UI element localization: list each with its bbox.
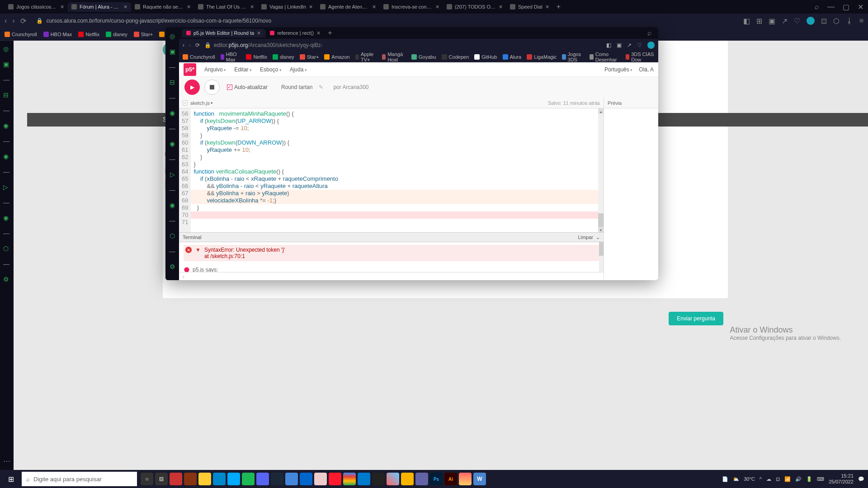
rail-icon[interactable]: — (3, 137, 10, 145)
qr-icon[interactable]: ◧ (743, 17, 750, 25)
task-photoshop-icon[interactable]: Ps (430, 473, 443, 485)
collapse-terminal-icon[interactable]: ⌄ (596, 235, 600, 240)
browser-tab[interactable]: Raquete não se mexe |✕ (131, 2, 194, 12)
rail-icon[interactable]: ◉ (170, 202, 175, 209)
sidebar-toggle-icon[interactable]: › (183, 100, 188, 106)
url-field[interactable]: 🔒 cursos.alura.com.br/forum/curso-pong-j… (32, 16, 738, 26)
bookmark-item[interactable]: LigaMagic (527, 54, 557, 60)
task-cortana-icon[interactable]: ○ (141, 473, 153, 485)
rail-icon[interactable]: — (169, 63, 175, 70)
translate-icon[interactable]: ⊞ (756, 17, 762, 25)
reload-button[interactable]: ⟳ (195, 42, 200, 48)
task-steam-icon[interactable] (271, 473, 283, 485)
wifi-icon[interactable]: 📶 (784, 476, 791, 482)
rail-icon[interactable]: ◎ (170, 33, 175, 40)
language-selector[interactable]: Português (604, 66, 632, 73)
bookmark-item[interactable]: Apple TV+ (355, 52, 377, 62)
rail-icon[interactable]: ◉ (3, 153, 10, 160)
close-window-icon[interactable]: ✕ (858, 3, 863, 11)
rail-icon[interactable]: — (3, 260, 10, 267)
bookmark-item[interactable]: HBO Max (43, 32, 72, 37)
rail-cube-icon[interactable]: ⬡ (170, 232, 175, 239)
rail-icon[interactable]: — (169, 94, 175, 101)
rail-more-icon[interactable]: ⋯ (3, 457, 10, 465)
close-tab-icon[interactable]: ✕ (316, 30, 321, 36)
browser-tab[interactable]: reference | rect()✕ (265, 29, 325, 38)
bookmark-item[interactable]: 3DS CIAS Dow (626, 52, 655, 62)
rail-twitch-icon[interactable]: ⊟ (3, 91, 10, 99)
bookmark-item[interactable]: Netflix (246, 54, 267, 60)
rail-play-icon[interactable]: ▷ (170, 171, 175, 178)
maximize-icon[interactable]: ▢ (843, 3, 849, 11)
rail-icon[interactable]: ▣ (3, 61, 10, 68)
notifications-icon[interactable]: 💬 (858, 476, 864, 482)
close-tab-icon[interactable]: ✕ (435, 4, 439, 10)
profile-avatar[interactable] (807, 17, 815, 25)
task-teams-icon[interactable] (415, 473, 428, 485)
task-discord-icon[interactable] (256, 473, 269, 485)
close-tab-icon[interactable]: ✕ (250, 4, 254, 10)
bookmark-item[interactable]: Alura (503, 54, 522, 60)
rail-gear-icon[interactable]: ⚙ (170, 263, 175, 270)
rail-icon[interactable]: — (169, 186, 175, 193)
cube-icon[interactable]: ⬡ (833, 17, 840, 25)
extensions-icon[interactable]: ⊡ (821, 17, 827, 25)
bookmark-item[interactable]: HBO Max (221, 52, 241, 62)
browser-tab[interactable]: Vagas | LinkedIn✕ (258, 2, 316, 12)
task-app-icon[interactable] (285, 473, 298, 485)
task-mail-icon[interactable] (213, 473, 226, 485)
task-illustrator-icon[interactable]: Ai (444, 473, 457, 485)
browser-tab[interactable]: Fórum | Alura - Cursos o✕ (68, 2, 131, 12)
menu-item-editar[interactable]: Editar (234, 66, 252, 73)
rail-icon[interactable]: — (3, 230, 10, 237)
user-greeting[interactable]: Olá, A (639, 66, 654, 73)
task-app-icon[interactable] (170, 473, 182, 485)
rail-icon[interactable]: ◉ (170, 140, 175, 147)
bookmark-item[interactable]: Netflix (78, 32, 99, 37)
close-tab-icon[interactable]: ✕ (372, 4, 376, 10)
close-tab-icon[interactable]: ✕ (187, 4, 191, 10)
code-editor[interactable]: 56575859606162636465666768697071 functio… (179, 108, 604, 232)
close-tab-icon[interactable]: ✕ (309, 4, 313, 10)
bookmark-item[interactable]: Crunchyroll (5, 32, 37, 37)
weather-icon[interactable]: ⛅ (733, 476, 739, 482)
rail-icon[interactable]: — (3, 76, 10, 83)
file-name[interactable]: sketch.js (190, 100, 210, 106)
notepad-tray-icon[interactable]: 📄 (722, 476, 728, 482)
task-vscode-icon[interactable] (358, 473, 370, 485)
battery-icon[interactable]: 🔋 (806, 476, 812, 482)
menu-item-arquivo[interactable]: Arquivo (204, 66, 226, 73)
rail-icon[interactable]: ◎ (3, 45, 10, 52)
start-button[interactable]: ⊞ (0, 470, 22, 488)
auto-refresh-checkbox[interactable]: Auto-atualizar (227, 84, 268, 90)
volume-icon[interactable]: 🔊 (795, 476, 802, 482)
taskbar-search[interactable]: ⌕ Digite aqui para pesquisar (22, 472, 137, 486)
profile-avatar[interactable] (647, 42, 655, 49)
task-chrome-icon[interactable] (343, 473, 356, 485)
bookmark-item[interactable]: Star+ (134, 32, 153, 37)
close-tab-icon[interactable]: ✕ (123, 4, 127, 10)
rail-play-icon[interactable]: ▷ (3, 183, 10, 191)
rail-icon[interactable]: ◉ (3, 214, 10, 221)
task-app-icon[interactable] (459, 473, 472, 485)
bookmark-item[interactable]: Amazon (324, 54, 349, 60)
task-explorer-icon[interactable] (198, 473, 211, 485)
clock[interactable]: 15:21 25/07/2022 (829, 473, 854, 485)
rail-icon[interactable]: — (169, 125, 175, 132)
rail-icon[interactable]: ▣ (170, 48, 175, 55)
bookmark-item[interactable]: Jogos 3DS (562, 52, 584, 62)
clear-terminal-button[interactable]: Limpar (578, 235, 593, 240)
close-tab-icon[interactable]: ✕ (545, 4, 549, 10)
back-button[interactable]: ‹ (5, 17, 7, 25)
task-app-icon[interactable] (300, 473, 312, 485)
screenshot-icon[interactable]: ▣ (617, 42, 622, 48)
new-tab-button[interactable]: + (328, 29, 332, 37)
browser-tab[interactable]: (207) TODOS OS PR✕ (443, 2, 506, 12)
weather-temp[interactable]: 30°C (744, 476, 755, 482)
forward-button[interactable]: › (189, 42, 191, 48)
browser-tab[interactable]: Inscreva-se conosco! - …✕ (380, 2, 443, 12)
tray-chevron-icon[interactable]: ^ (760, 476, 762, 482)
onedrive-icon[interactable]: ☁ (766, 476, 771, 482)
rail-more-icon[interactable]: ⋯ (169, 278, 176, 280)
download-icon[interactable]: ⭳ (846, 17, 853, 25)
